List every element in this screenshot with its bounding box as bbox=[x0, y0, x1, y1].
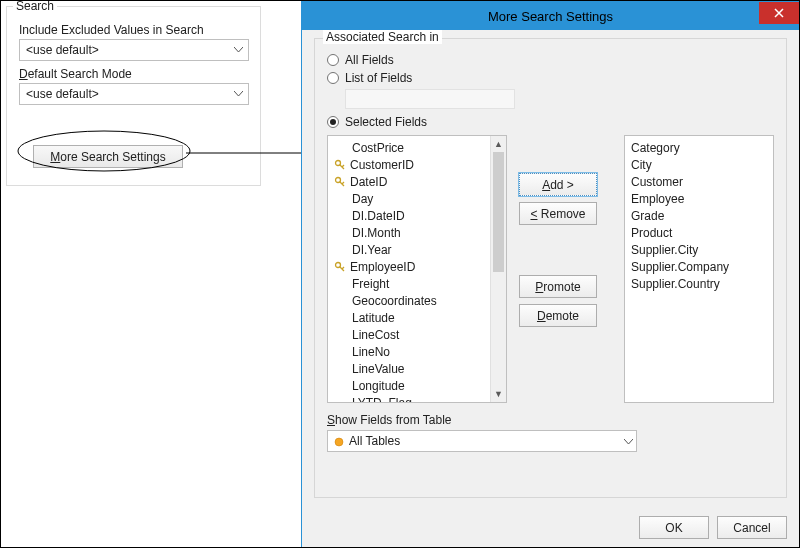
scroll-thumb[interactable] bbox=[493, 152, 504, 272]
radio-list-of-fields[interactable]: List of Fields bbox=[327, 71, 774, 85]
list-item-label: Longitude bbox=[352, 379, 405, 393]
add-button[interactable]: Add > bbox=[519, 173, 597, 196]
list-item[interactable]: Longitude bbox=[328, 377, 506, 394]
scrollbar[interactable]: ▲ ▼ bbox=[490, 136, 506, 402]
list-item-label: CustomerID bbox=[350, 158, 414, 172]
associated-search-label: Associated Search in bbox=[323, 30, 442, 44]
list-item-label: LineValue bbox=[352, 362, 405, 376]
chevron-down-icon bbox=[624, 434, 633, 448]
key-icon bbox=[334, 176, 346, 188]
list-item-label: CostPrice bbox=[352, 141, 404, 155]
default-search-mode-label: Default Search Mode bbox=[19, 67, 248, 81]
list-item[interactable]: Day bbox=[328, 190, 506, 207]
list-item[interactable]: Product bbox=[625, 224, 773, 241]
selected-fields-list[interactable]: CategoryCityCustomerEmployeeGradeProduct… bbox=[624, 135, 774, 403]
radio-all-fields[interactable]: All Fields bbox=[327, 53, 774, 67]
list-item-label: Grade bbox=[631, 209, 664, 223]
list-item[interactable]: Customer bbox=[625, 173, 773, 190]
ok-label: OK bbox=[665, 521, 682, 535]
key-icon bbox=[334, 261, 346, 273]
include-excluded-label: Include Excluded Values in Search bbox=[19, 23, 248, 37]
list-item-label: DI.DateID bbox=[352, 209, 405, 223]
demote-button[interactable]: Demote bbox=[519, 304, 597, 327]
list-item[interactable]: LineValue bbox=[328, 360, 506, 377]
list-item[interactable]: Grade bbox=[625, 207, 773, 224]
list-item[interactable]: Supplier.Country bbox=[625, 275, 773, 292]
list-item-label: Day bbox=[352, 192, 373, 206]
list-item[interactable]: DI.Year bbox=[328, 241, 506, 258]
chevron-down-icon bbox=[228, 84, 248, 104]
list-item-label: EmployeeID bbox=[350, 260, 415, 274]
add-button-label: Add > bbox=[542, 178, 574, 192]
list-item-label: DateID bbox=[350, 175, 387, 189]
ok-button[interactable]: OK bbox=[639, 516, 709, 539]
cancel-button[interactable]: Cancel bbox=[717, 516, 787, 539]
key-icon bbox=[334, 159, 346, 171]
list-item-label: Supplier.City bbox=[631, 243, 698, 257]
list-item[interactable]: DI.DateID bbox=[328, 207, 506, 224]
list-item-label: LineCost bbox=[352, 328, 399, 342]
list-item-label: LYTD_Flag bbox=[352, 396, 412, 404]
radio-list-of-fields-label: List of Fields bbox=[345, 71, 412, 85]
cancel-label: Cancel bbox=[733, 521, 770, 535]
more-search-settings-button[interactable]: More Search Settings bbox=[33, 145, 183, 168]
show-fields-label: Show Fields from Table bbox=[327, 413, 774, 427]
list-item-label: Product bbox=[631, 226, 672, 240]
radio-icon bbox=[327, 54, 339, 66]
scroll-up-icon[interactable]: ▲ bbox=[491, 136, 506, 152]
list-item[interactable]: LineCost bbox=[328, 326, 506, 343]
list-item-label: Supplier.Country bbox=[631, 277, 720, 291]
search-group-label: Search bbox=[13, 0, 57, 13]
list-item-label: Latitude bbox=[352, 311, 395, 325]
show-fields-value: All Tables bbox=[349, 434, 400, 448]
include-excluded-combo[interactable]: <use default> bbox=[19, 39, 249, 61]
promote-button-label: Promote bbox=[535, 280, 580, 294]
search-group: Search Include Excluded Values in Search… bbox=[6, 6, 261, 186]
radio-all-fields-label: All Fields bbox=[345, 53, 394, 67]
list-item[interactable]: City bbox=[625, 156, 773, 173]
list-item-label: Freight bbox=[352, 277, 389, 291]
table-icon bbox=[334, 436, 344, 446]
list-item-label: DI.Year bbox=[352, 243, 392, 257]
list-item[interactable]: Latitude bbox=[328, 309, 506, 326]
dialog-title: More Search Settings bbox=[488, 9, 613, 24]
remove-button[interactable]: < Remove bbox=[519, 202, 597, 225]
remove-button-label: < Remove bbox=[530, 207, 585, 221]
list-item[interactable]: Employee bbox=[625, 190, 773, 207]
list-item-label: LineNo bbox=[352, 345, 390, 359]
list-item[interactable]: CustomerID bbox=[328, 156, 506, 173]
show-fields-combo[interactable]: All Tables bbox=[327, 430, 637, 452]
list-item-label: DI.Month bbox=[352, 226, 401, 240]
list-item[interactable]: EmployeeID bbox=[328, 258, 506, 275]
radio-selected-fields-label: Selected Fields bbox=[345, 115, 427, 129]
list-item[interactable]: LYTD_Flag bbox=[328, 394, 506, 403]
list-item[interactable]: CostPrice bbox=[328, 139, 506, 156]
list-item[interactable]: Freight bbox=[328, 275, 506, 292]
include-excluded-value: <use default> bbox=[26, 43, 99, 57]
list-of-fields-input bbox=[345, 89, 515, 109]
list-item-label: City bbox=[631, 158, 652, 172]
list-item-label: Geocoordinates bbox=[352, 294, 437, 308]
list-item[interactable]: Category bbox=[625, 139, 773, 156]
list-item[interactable]: Supplier.City bbox=[625, 241, 773, 258]
default-search-mode-value: <use default> bbox=[26, 87, 99, 101]
default-search-mode-combo[interactable]: <use default> bbox=[19, 83, 249, 105]
list-item-label: Employee bbox=[631, 192, 684, 206]
demote-button-label: Demote bbox=[537, 309, 579, 323]
promote-button[interactable]: Promote bbox=[519, 275, 597, 298]
radio-icon bbox=[327, 116, 339, 128]
more-search-settings-label: More Search Settings bbox=[50, 150, 165, 164]
list-item[interactable]: DateID bbox=[328, 173, 506, 190]
radio-selected-fields[interactable]: Selected Fields bbox=[327, 115, 774, 129]
list-item[interactable]: Geocoordinates bbox=[328, 292, 506, 309]
scroll-down-icon[interactable]: ▼ bbox=[491, 386, 506, 402]
chevron-down-icon bbox=[228, 40, 248, 60]
list-item-label: Supplier.Company bbox=[631, 260, 729, 274]
available-fields-list[interactable]: CostPriceCustomerIDDateIDDayDI.DateIDDI.… bbox=[327, 135, 507, 403]
more-search-settings-dialog: More Search Settings Associated Search i… bbox=[301, 1, 800, 548]
list-item-label: Category bbox=[631, 141, 680, 155]
list-item[interactable]: DI.Month bbox=[328, 224, 506, 241]
close-button[interactable] bbox=[759, 2, 799, 24]
list-item[interactable]: Supplier.Company bbox=[625, 258, 773, 275]
list-item[interactable]: LineNo bbox=[328, 343, 506, 360]
